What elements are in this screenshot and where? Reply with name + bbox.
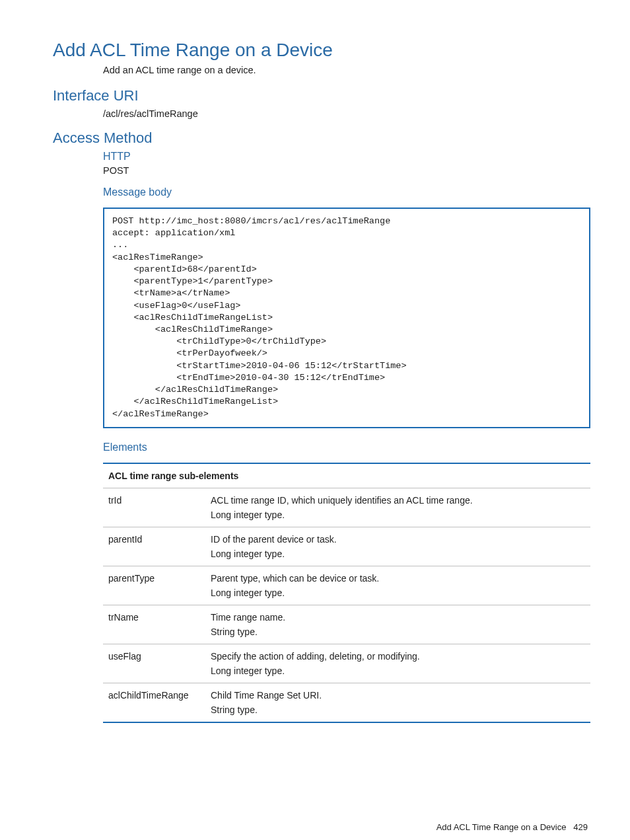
page-container: Add ACL Time Range on a Device Add an AC… (0, 0, 630, 840)
element-desc: Parent type, which can be device or task… (205, 566, 590, 605)
table-row: trName Time range name. String type. (103, 605, 590, 644)
message-body-heading: Message body (103, 186, 590, 198)
element-desc: Time range name. String type. (205, 605, 590, 644)
page-title: Add ACL Time Range on a Device (53, 40, 590, 61)
interface-uri-value: /acl/res/aclTimeRange (103, 108, 590, 119)
element-name: trName (103, 605, 205, 644)
element-desc: Specify the action of adding, deleting, … (205, 644, 590, 683)
element-name: trId (103, 488, 205, 527)
element-name: useFlag (103, 644, 205, 683)
table-row: trId ACL time range ID, which uniquely i… (103, 488, 590, 527)
http-method: POST (103, 165, 590, 176)
table-row: parentType Parent type, which can be dev… (103, 566, 590, 605)
table-row: aclChildTimeRange Child Time Range Set U… (103, 683, 590, 722)
footer-page-number: 429 (573, 822, 588, 832)
element-name: parentId (103, 527, 205, 566)
element-name: parentType (103, 566, 205, 605)
elements-table: ACL time range sub-elements trId ACL tim… (103, 463, 590, 723)
code-block: POST http://imc_host:8080/imcrs/acl/res/… (103, 208, 590, 428)
http-heading: HTTP (103, 151, 590, 163)
element-desc: Child Time Range Set URI. String type. (205, 683, 590, 722)
page-subtitle: Add an ACL time range on a device. (103, 65, 590, 75)
page-footer: Add ACL Time Range on a Device 429 (53, 822, 590, 832)
element-desc: ACL time range ID, which uniquely identi… (205, 488, 590, 527)
elements-heading: Elements (103, 441, 590, 453)
table-row: useFlag Specify the action of adding, de… (103, 644, 590, 683)
access-method-heading: Access Method (53, 130, 590, 147)
element-desc: ID of the parent device or task. Long in… (205, 527, 590, 566)
interface-uri-heading: Interface URI (53, 87, 590, 104)
table-caption: ACL time range sub-elements (103, 463, 590, 488)
table-row: parentId ID of the parent device or task… (103, 527, 590, 566)
footer-title: Add ACL Time Range on a Device (437, 822, 567, 832)
element-name: aclChildTimeRange (103, 683, 205, 722)
